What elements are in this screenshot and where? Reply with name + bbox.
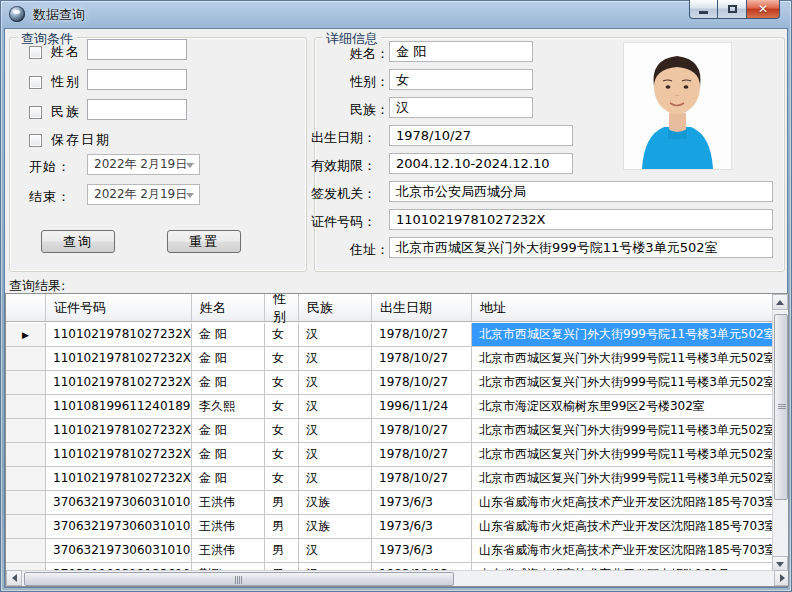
cell[interactable]: 王洪伟	[192, 515, 265, 539]
row-selector[interactable]: ▶	[6, 323, 46, 347]
cell[interactable]: 女	[265, 371, 299, 395]
scroll-left-button[interactable]	[6, 570, 22, 586]
name-input[interactable]	[87, 39, 187, 60]
cell[interactable]: 北京市西城区复兴门外大街999号院11号楼3单元502室	[472, 443, 773, 467]
cell[interactable]: 女	[265, 347, 299, 371]
titlebar[interactable]: 数据查询 ✕	[0, 0, 792, 28]
table-row[interactable]: 11010219781027232X金 阳女汉1978/10/27北京市西城区复…	[6, 347, 773, 371]
table-row[interactable]: 11010219781027232X金 阳女汉1978/10/27北京市西城区复…	[6, 419, 773, 443]
cell[interactable]: 王洪伟	[192, 539, 265, 563]
cell[interactable]: 1973/6/3	[372, 515, 472, 539]
table-row[interactable]: 370632197306031010王洪伟男汉族1973/6/3山东省威海市火炬…	[6, 515, 773, 539]
header-gender[interactable]: 性别	[265, 294, 299, 321]
horizontal-scroll-thumb[interactable]	[24, 572, 454, 586]
table-row[interactable]: 11010219781027232X金 阳女汉1978/10/27北京市西城区复…	[6, 371, 773, 395]
cell[interactable]: 北京市西城区复兴门外大街999号院11号楼3单元502室	[472, 371, 773, 395]
cell[interactable]: 山东省威海市火炬高技术产业开发区沈阳路185号703室	[472, 539, 773, 563]
minimize-button[interactable]	[689, 0, 718, 19]
table-row[interactable]: 11010219781027232X金 阳女汉1978/10/27北京市西城区复…	[6, 443, 773, 467]
cell[interactable]: 汉族	[299, 491, 372, 515]
row-selector[interactable]	[6, 395, 46, 419]
header-ethnicity[interactable]: 民族	[299, 294, 372, 321]
close-button[interactable]: ✕	[747, 0, 780, 19]
cell[interactable]: 北京市西城区复兴门外大街999号院11号楼3单元502室	[472, 419, 773, 443]
row-selector[interactable]	[6, 443, 46, 467]
cell[interactable]: 汉	[299, 539, 372, 563]
header-name[interactable]: 姓名	[192, 294, 265, 321]
cell[interactable]: 金 阳	[192, 323, 265, 347]
cell[interactable]: 汉	[299, 467, 372, 491]
header-address[interactable]: 地址	[472, 294, 773, 321]
cell[interactable]: 金 阳	[192, 467, 265, 491]
cell[interactable]: 汉	[299, 395, 372, 419]
table-row[interactable]: 370632197306031010王洪伟男汉族1973/6/3山东省威海市火炬…	[6, 491, 773, 515]
cell[interactable]: 汉族	[299, 515, 372, 539]
chevron-down-icon[interactable]	[186, 193, 194, 198]
row-selector[interactable]	[6, 539, 46, 563]
chevron-down-icon[interactable]	[186, 163, 194, 168]
cell[interactable]: 110108199611240189	[46, 395, 192, 419]
table-row[interactable]: ▶11010219781027232X金 阳女汉1978/10/27北京市西城区…	[6, 323, 773, 347]
cell[interactable]: 山东省威海市火炬高技术产业开发区沈阳路185号703室	[472, 515, 773, 539]
cell[interactable]: 1996/11/24	[372, 395, 472, 419]
horizontal-scrollbar[interactable]	[6, 570, 789, 586]
cell[interactable]: 1978/10/27	[372, 371, 472, 395]
cell[interactable]: 1978/10/27	[372, 419, 472, 443]
cell[interactable]: 11010219781027232X	[46, 467, 192, 491]
cell[interactable]: 11010219781027232X	[46, 323, 192, 347]
cell[interactable]: 1973/6/3	[372, 539, 472, 563]
cell[interactable]: 370632197306031010	[46, 539, 192, 563]
ethnicity-checkbox[interactable]	[29, 106, 42, 119]
save-date-checkbox[interactable]	[29, 134, 42, 147]
vertical-scrollbar[interactable]	[772, 294, 788, 572]
row-selector[interactable]	[6, 347, 46, 371]
cell[interactable]: 汉	[299, 443, 372, 467]
cell[interactable]: 11010219781027232X	[46, 371, 192, 395]
gender-input[interactable]	[87, 69, 187, 90]
cell[interactable]: 汉	[299, 419, 372, 443]
row-selector[interactable]	[6, 467, 46, 491]
cell[interactable]: 11010219781027232X	[46, 443, 192, 467]
cell[interactable]: 金 阳	[192, 443, 265, 467]
row-selector[interactable]	[6, 419, 46, 443]
cell[interactable]: 女	[265, 395, 299, 419]
search-button[interactable]: 查询	[41, 230, 115, 253]
gender-checkbox[interactable]	[29, 76, 42, 89]
cell[interactable]: 1978/10/27	[372, 323, 472, 347]
scroll-up-button[interactable]	[772, 294, 788, 310]
cell[interactable]: 王洪伟	[192, 491, 265, 515]
header-birthdate[interactable]: 出生日期	[372, 294, 472, 321]
cell[interactable]: 1978/10/27	[372, 443, 472, 467]
cell[interactable]: 女	[265, 443, 299, 467]
cell[interactable]: 北京市西城区复兴门外大街999号院11号楼3单元502室	[472, 347, 773, 371]
ethnicity-input[interactable]	[87, 99, 187, 120]
cell[interactable]: 金 阳	[192, 347, 265, 371]
cell[interactable]: 汉	[299, 371, 372, 395]
cell[interactable]: 男	[265, 515, 299, 539]
cell[interactable]: 男	[265, 491, 299, 515]
cell[interactable]: 北京市西城区复兴门外大街999号院11号楼3单元502室	[472, 467, 773, 491]
end-date-picker[interactable]: 2022年 2月19日	[87, 184, 200, 205]
cell[interactable]: 北京市海淀区双榆树东里99区2号楼302室	[472, 395, 773, 419]
cell[interactable]: 370632197306031010	[46, 491, 192, 515]
cell[interactable]: 金 阳	[192, 419, 265, 443]
cell[interactable]: 金 阳	[192, 371, 265, 395]
cell[interactable]: 女	[265, 467, 299, 491]
cell[interactable]: 11010219781027232X	[46, 419, 192, 443]
table-row[interactable]: 11010219781027232X金 阳女汉1978/10/27北京市西城区复…	[6, 467, 773, 491]
scroll-right-button[interactable]	[774, 570, 789, 586]
header-id-number[interactable]: 证件号码	[46, 294, 192, 321]
table-row[interactable]: 370632197306031010王洪伟男汉1973/6/3山东省威海市火炬高…	[6, 539, 773, 563]
cell[interactable]: 女	[265, 419, 299, 443]
cell[interactable]: 男	[265, 539, 299, 563]
name-checkbox[interactable]	[29, 46, 42, 59]
cell[interactable]: 1978/10/27	[372, 347, 472, 371]
cell[interactable]: 汉	[299, 347, 372, 371]
cell[interactable]: 北京市西城区复兴门外大街999号院11号楼3单元502室	[472, 323, 773, 347]
maximize-button[interactable]	[718, 0, 747, 19]
cell[interactable]: 1978/10/27	[372, 467, 472, 491]
row-selector[interactable]	[6, 491, 46, 515]
cell[interactable]: 李久熙	[192, 395, 265, 419]
reset-button[interactable]: 重置	[167, 230, 241, 253]
cell[interactable]: 女	[265, 323, 299, 347]
